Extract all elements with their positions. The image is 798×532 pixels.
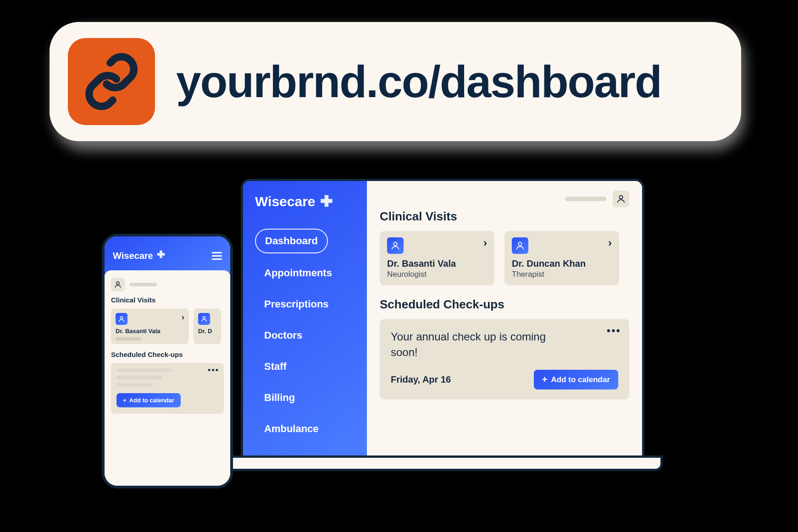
more-icon[interactable]: ••• xyxy=(208,366,219,375)
brand: Wisecare xyxy=(113,250,166,262)
topbar xyxy=(380,192,629,206)
avatar[interactable] xyxy=(111,278,125,291)
laptop-screen: Wisecare Dashboard Appointments Prescrip… xyxy=(241,179,644,458)
laptop-mockup: Wisecare Dashboard Appointments Prescrip… xyxy=(222,179,663,481)
url-pill: yourbrnd.co/dashboard xyxy=(50,22,741,141)
checkup-date: Friday, Apr 16 xyxy=(391,374,451,385)
brand: Wisecare xyxy=(255,194,357,209)
svg-point-3 xyxy=(116,282,119,285)
section-title-visits: Clinical Visits xyxy=(111,296,224,304)
nav-item-staff[interactable]: Staff xyxy=(255,355,357,378)
visit-card[interactable]: Dr. D xyxy=(194,308,221,344)
checkup-card: ••• Your annual check up is coming soon!… xyxy=(380,319,629,400)
add-to-calendar-label: Add to calendar xyxy=(129,397,174,404)
section-title-checkups: Scheduled Check-ups xyxy=(380,297,629,312)
nav-item-appointments[interactable]: Appointments xyxy=(255,262,357,285)
hamburger-icon[interactable] xyxy=(212,252,222,260)
svg-point-1 xyxy=(393,242,397,246)
link-icon xyxy=(68,38,155,125)
section-title-checkups: Scheduled Check-ups xyxy=(111,351,224,358)
visit-name: Dr. Basanti Vala xyxy=(116,328,184,335)
brand-name: Wisecare xyxy=(113,251,153,261)
sidebar: Wisecare Dashboard Appointments Prescrip… xyxy=(243,181,367,458)
svg-point-5 xyxy=(203,317,205,319)
chevron-right-icon: › xyxy=(608,237,612,248)
chevron-right-icon: › xyxy=(483,237,487,248)
visits-row: › Dr. Basanti Vala Dr. D xyxy=(111,308,224,344)
skeleton-line xyxy=(116,376,162,379)
svg-point-4 xyxy=(120,317,122,319)
phone-body: Clinical Visits › Dr. Basanti Vala xyxy=(105,270,230,486)
checkup-message: Your annual check up is coming soon! xyxy=(391,329,547,360)
main-panel: Clinical Visits › Dr. Basanti Vala Neuro… xyxy=(367,181,642,458)
skeleton-line xyxy=(116,368,172,372)
brand-mark-icon xyxy=(319,194,334,209)
svg-point-0 xyxy=(619,196,622,199)
section-title-visits: Clinical Visits xyxy=(380,209,629,224)
plus-icon: + xyxy=(542,374,548,385)
brand-mark-icon xyxy=(156,250,166,262)
topbar-skeleton xyxy=(565,197,606,201)
brand-name: Wisecare xyxy=(255,194,315,209)
skeleton-line xyxy=(116,337,141,340)
visit-name: Dr. Basanti Vala xyxy=(387,258,487,269)
person-icon xyxy=(116,313,127,325)
visit-role: Neurologist xyxy=(387,270,487,279)
skeleton-line xyxy=(116,383,153,387)
nav-item-doctors[interactable]: Doctors xyxy=(255,324,357,347)
visit-role: Therapist xyxy=(512,270,612,279)
skeleton-line xyxy=(129,283,157,286)
avatar[interactable] xyxy=(613,191,629,207)
nav-item-ambulance[interactable]: Ambulance xyxy=(255,417,357,440)
plus-icon: + xyxy=(123,397,127,404)
visit-card[interactable]: › Dr. Duncan Khan Therapist xyxy=(504,231,619,285)
visit-card[interactable]: › Dr. Basanti Vala xyxy=(111,308,189,344)
nav-item-prescriptions[interactable]: Prescriptions xyxy=(255,293,357,316)
phone-header: Wisecare xyxy=(105,236,230,275)
add-to-calendar-button[interactable]: + Add to calendar xyxy=(116,393,181,407)
svg-point-2 xyxy=(518,242,521,246)
chevron-right-icon: › xyxy=(182,313,184,321)
url-text: yourbrnd.co/dashboard xyxy=(176,56,661,108)
visits-row: › Dr. Basanti Vala Neurologist › Dr. Dun… xyxy=(380,231,629,285)
add-to-calendar-button[interactable]: + Add to calendar xyxy=(534,370,618,389)
person-icon xyxy=(198,313,210,325)
visit-card[interactable]: › Dr. Basanti Vala Neurologist xyxy=(380,231,494,285)
checkup-card: ••• + Add to calendar xyxy=(111,363,224,414)
person-icon xyxy=(387,237,404,254)
nav-item-billing[interactable]: Billing xyxy=(255,386,357,409)
more-icon[interactable]: ••• xyxy=(607,324,621,337)
nav-item-dashboard[interactable]: Dashboard xyxy=(255,229,328,253)
laptop-base xyxy=(222,455,663,471)
visit-name: Dr. D xyxy=(198,328,216,335)
person-icon xyxy=(512,237,528,254)
visit-name: Dr. Duncan Khan xyxy=(512,258,612,269)
phone-mockup: Wisecare Clinical Visits xyxy=(102,234,233,488)
add-to-calendar-label: Add to calendar xyxy=(551,375,610,384)
